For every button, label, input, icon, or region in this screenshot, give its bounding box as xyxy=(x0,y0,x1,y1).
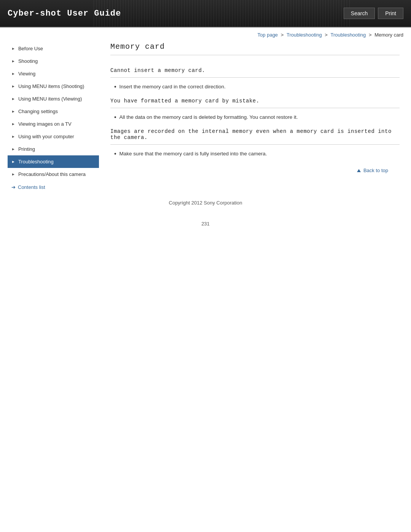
sidebar-item-changing-settings[interactable]: ► Changing settings xyxy=(8,105,99,118)
sidebar-item-before-use[interactable]: ► Before Use xyxy=(8,42,99,55)
breadcrumb: Top page > Troubleshooting > Troubleshoo… xyxy=(0,27,411,42)
copyright-text: Copyright 2012 Sony Corporation xyxy=(169,200,242,206)
sidebar-item-label: Shooting xyxy=(18,58,38,64)
bullet-dot-icon: • xyxy=(114,113,116,121)
section-2-heading: You have formatted a memory card by mist… xyxy=(110,93,400,108)
back-to-top-link[interactable]: Back to top xyxy=(357,168,388,173)
footer: Copyright 2012 Sony Corporation xyxy=(0,194,411,213)
bottom-bar: Back to top xyxy=(110,162,400,177)
bullet-1-1: • Insert the memory card in the correct … xyxy=(110,81,400,93)
sidebar-item-precautions[interactable]: ► Precautions/About this camera xyxy=(8,168,99,181)
chevron-right-icon: ► xyxy=(11,172,15,176)
chevron-right-icon: ► xyxy=(11,160,15,164)
content-area: Memory card Cannot insert a memory card.… xyxy=(107,42,403,194)
print-button[interactable]: Print xyxy=(378,8,403,19)
bullet-3-1: • Make sure that the memory card is full… xyxy=(110,149,400,160)
bullet-3-1-text: Make sure that the memory card is fully … xyxy=(119,150,267,158)
sidebar-item-viewing[interactable]: ► Viewing xyxy=(8,67,99,80)
chevron-right-icon: ► xyxy=(11,122,15,126)
chevron-right-icon: ► xyxy=(11,134,15,139)
triangle-up-icon xyxy=(357,169,361,172)
sidebar-item-computer[interactable]: ► Using with your computer xyxy=(8,130,99,143)
breadcrumb-sep1: > xyxy=(281,32,285,38)
search-button[interactable]: Search xyxy=(344,8,375,19)
sidebar-item-shooting[interactable]: ► Shooting xyxy=(8,55,99,67)
section-1: Cannot insert a memory card. • Insert th… xyxy=(110,62,400,93)
chevron-right-icon: ► xyxy=(11,72,15,76)
page-title: Memory card xyxy=(110,42,400,55)
site-title: Cyber-shot User Guide xyxy=(8,9,121,18)
breadcrumb-top-page[interactable]: Top page xyxy=(258,32,278,38)
sidebar-item-label: Precautions/About this camera xyxy=(18,171,86,177)
contents-list-link[interactable]: ➔ Contents list xyxy=(8,181,99,194)
section-2: You have formatted a memory card by mist… xyxy=(110,93,400,123)
chevron-right-icon: ► xyxy=(11,59,15,63)
chevron-right-icon: ► xyxy=(11,97,15,101)
breadcrumb-sep3: > xyxy=(369,32,373,38)
sidebar-item-label: Changing settings xyxy=(18,109,58,114)
chevron-right-icon: ► xyxy=(11,147,15,151)
sidebar-item-viewing-tv[interactable]: ► Viewing images on a TV xyxy=(8,118,99,130)
header: Cyber-shot User Guide Search Print xyxy=(0,0,411,27)
back-to-top-label: Back to top xyxy=(363,168,388,173)
breadcrumb-troubleshooting1[interactable]: Troubleshooting xyxy=(287,32,322,38)
sidebar-item-label: Troubleshooting xyxy=(18,159,54,165)
bullet-2-1-text: All the data on the memory card is delet… xyxy=(119,113,298,121)
sidebar-item-label: Using MENU items (Shooting) xyxy=(18,83,84,89)
bullet-dot-icon: • xyxy=(114,150,116,158)
sidebar-item-label: Viewing images on a TV xyxy=(18,121,72,127)
arrow-right-icon: ➔ xyxy=(11,184,16,190)
breadcrumb-troubleshooting2[interactable]: Troubleshooting xyxy=(331,32,366,38)
sidebar-item-label: Using with your computer xyxy=(18,134,74,139)
breadcrumb-sep2: > xyxy=(325,32,329,38)
bullet-1-1-text: Insert the memory card in the correct di… xyxy=(119,83,226,91)
sidebar-item-label: Viewing xyxy=(18,71,35,77)
chevron-right-icon: ► xyxy=(11,46,15,51)
section-3-heading: Images are recorded on the internal memo… xyxy=(110,123,400,145)
sidebar-item-label: Printing xyxy=(18,146,35,152)
sidebar-item-menu-viewing[interactable]: ► Using MENU items (Viewing) xyxy=(8,93,99,105)
sidebar-item-troubleshooting[interactable]: ► Troubleshooting xyxy=(8,155,99,168)
page-number: 231 xyxy=(0,213,411,230)
sidebar-item-printing[interactable]: ► Printing xyxy=(8,143,99,155)
breadcrumb-current: Memory card xyxy=(374,32,403,38)
bullet-2-1: • All the data on the memory card is del… xyxy=(110,112,400,123)
header-buttons: Search Print xyxy=(344,8,403,19)
sidebar-item-menu-shooting[interactable]: ► Using MENU items (Shooting) xyxy=(8,80,99,93)
sidebar-item-label: Using MENU items (Viewing) xyxy=(18,96,82,102)
section-3: Images are recorded on the internal memo… xyxy=(110,123,400,160)
bullet-dot-icon: • xyxy=(114,83,116,91)
contents-list-label: Contents list xyxy=(18,184,45,190)
chevron-right-icon: ► xyxy=(11,84,15,88)
page-number-value: 231 xyxy=(201,221,210,227)
main-layout: ► Before Use ► Shooting ► Viewing ► Usin… xyxy=(0,42,411,194)
chevron-right-icon: ► xyxy=(11,109,15,113)
section-1-heading: Cannot insert a memory card. xyxy=(110,62,400,78)
sidebar-item-label: Before Use xyxy=(18,46,43,51)
sidebar: ► Before Use ► Shooting ► Viewing ► Usin… xyxy=(8,42,99,194)
